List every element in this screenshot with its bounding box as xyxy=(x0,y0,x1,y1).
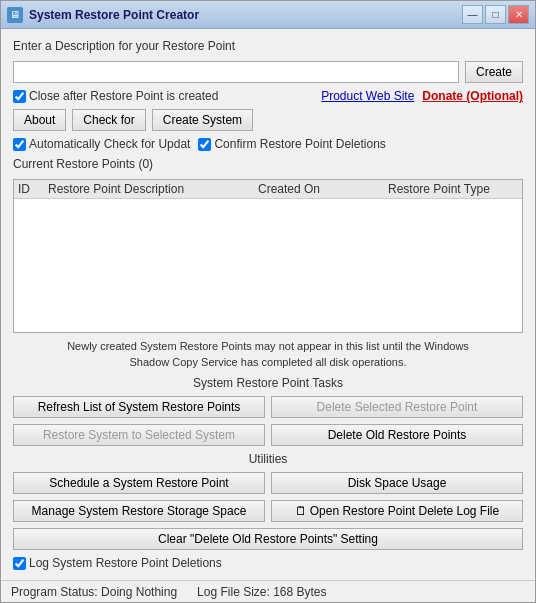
close-after-checkbox[interactable] xyxy=(13,90,26,103)
create-system-button[interactable]: Create System xyxy=(152,109,253,131)
description-row: Create xyxy=(13,61,523,83)
main-content: Enter a Description for your Restore Poi… xyxy=(1,29,535,580)
utilities-row-2: Manage System Restore Storage Space 🗒 Op… xyxy=(13,500,523,522)
notice-text: Newly created System Restore Points may … xyxy=(13,339,523,370)
main-buttons-row: About Check for Create System xyxy=(13,109,523,131)
auto-check-checkbox[interactable] xyxy=(13,138,26,151)
log-deletions-checkbox[interactable] xyxy=(13,557,26,570)
main-window: 🖥 System Restore Point Creator — □ ✕ Ent… xyxy=(0,0,536,603)
tasks-row-2: Restore System to Selected System Delete… xyxy=(13,424,523,446)
col-date: Created On xyxy=(258,182,388,196)
restore-system-button: Restore System to Selected System xyxy=(13,424,265,446)
program-status-label: Program Status: Doing Nothing xyxy=(11,585,177,599)
minimize-button[interactable]: — xyxy=(462,5,483,24)
close-button[interactable]: ✕ xyxy=(508,5,529,24)
log-deletions-label[interactable]: Log System Restore Point Deletions xyxy=(13,556,523,570)
col-desc: Restore Point Description xyxy=(48,182,258,196)
open-log-icon: 🗒 xyxy=(295,504,307,518)
col-type: Restore Point Type xyxy=(388,182,518,196)
product-link[interactable]: Product Web Site xyxy=(321,89,414,103)
utilities-title: Utilities xyxy=(13,452,523,466)
description-input[interactable] xyxy=(13,61,459,83)
check-button[interactable]: Check for xyxy=(72,109,145,131)
schedule-button[interactable]: Schedule a System Restore Point xyxy=(13,472,265,494)
confirm-deletions-label[interactable]: Confirm Restore Point Deletions xyxy=(198,137,385,151)
manage-storage-button[interactable]: Manage System Restore Storage Space xyxy=(13,500,265,522)
maximize-button[interactable]: □ xyxy=(485,5,506,24)
restore-points-table[interactable]: ID Restore Point Description Created On … xyxy=(13,179,523,333)
confirm-deletions-checkbox[interactable] xyxy=(198,138,211,151)
close-after-label[interactable]: Close after Restore Point is created xyxy=(13,89,218,103)
utilities-row-3: Clear "Delete Old Restore Points" Settin… xyxy=(13,528,523,550)
auto-check-label[interactable]: Automatically Check for Updat xyxy=(13,137,190,151)
tasks-row-1: Refresh List of System Restore Points De… xyxy=(13,396,523,418)
donate-link[interactable]: Donate (Optional) xyxy=(422,89,523,103)
status-bar: Program Status: Doing Nothing Log File S… xyxy=(1,580,535,602)
about-button[interactable]: About xyxy=(13,109,66,131)
create-button[interactable]: Create xyxy=(465,61,523,83)
titlebar: 🖥 System Restore Point Creator — □ ✕ xyxy=(1,1,535,29)
close-links-row: Close after Restore Point is created Pro… xyxy=(13,89,523,103)
table-header: ID Restore Point Description Created On … xyxy=(14,180,522,199)
log-size-label: Log File Size: 168 Bytes xyxy=(197,585,326,599)
clear-setting-button[interactable]: Clear "Delete Old Restore Points" Settin… xyxy=(13,528,523,550)
refresh-button[interactable]: Refresh List of System Restore Points xyxy=(13,396,265,418)
delete-selected-button: Delete Selected Restore Point xyxy=(271,396,523,418)
table-title: Current Restore Points (0) xyxy=(13,157,523,171)
col-id: ID xyxy=(18,182,48,196)
delete-old-button[interactable]: Delete Old Restore Points xyxy=(271,424,523,446)
description-label: Enter a Description for your Restore Poi… xyxy=(13,39,523,53)
app-icon: 🖥 xyxy=(7,7,23,23)
window-title: System Restore Point Creator xyxy=(29,8,462,22)
open-log-button[interactable]: 🗒 Open Restore Point Delete Log File xyxy=(271,500,523,522)
options-row: Automatically Check for Updat Confirm Re… xyxy=(13,137,523,151)
disk-space-button[interactable]: Disk Space Usage xyxy=(271,472,523,494)
window-controls: — □ ✕ xyxy=(462,5,529,24)
utilities-row-1: Schedule a System Restore Point Disk Spa… xyxy=(13,472,523,494)
tasks-title: System Restore Point Tasks xyxy=(13,376,523,390)
